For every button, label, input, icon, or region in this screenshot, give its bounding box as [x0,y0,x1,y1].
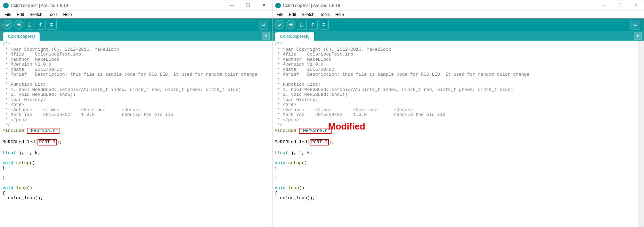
tab-sketch[interactable]: ColorLoopTest [3,32,40,41]
declaration-line: MeRGBLed led(PORT_3); [275,139,642,146]
window-controls: — ☐ ✕ [224,0,272,11]
menu-sketch[interactable]: Sketch [27,11,45,18]
vertical-scrollbar[interactable] [638,41,644,227]
loop-body-line: color_loop(); [275,196,642,201]
menu-file[interactable]: File [274,11,286,18]
comment-line: * <Author> <Time> <Version> <Descr> [275,108,642,113]
comment-line: * Function List: [2,82,270,87]
titlebar: ∞ ColorLoopTest | Arduino 1.8.19 — ☐ ✕ [0,0,272,11]
comment-line: * @author MakeBlock [275,57,642,62]
comment-line: /** [275,42,642,47]
verify-button[interactable] [275,20,284,30]
svg-rect-6 [323,23,325,24]
blank-line [2,134,270,139]
code-editor[interactable]: /** * \par Copyright (C), 2012-2016, Mak… [0,41,272,227]
blank-line [275,181,642,186]
port-highlight: PORT_3 [310,139,329,146]
comment-line: * [2,77,270,83]
comment-line: * </pre> [2,118,270,123]
menu-edit[interactable]: Edit [14,11,27,18]
maximize-button[interactable]: ☐ [612,0,628,11]
upload-button[interactable] [286,20,295,30]
verify-button[interactable] [2,20,12,30]
setup-line: void setup() [275,161,642,166]
comment-line: /** [2,42,270,47]
app-icon: ∞ [275,3,281,8]
blank-line [275,171,642,176]
comment-line: * 1. bool MeRGBLed::setColorAt(uint8_t i… [275,87,642,93]
comment-line: * <pre> [2,102,270,108]
menubar: File Edit Sketch Tools Help [272,11,644,18]
close-button[interactable]: ✕ [256,0,272,11]
comment-line: * <Author> <Time> <Version> <Descr> [2,108,270,113]
comment-line: * @brief Description: this file is sampl… [275,72,642,77]
comment-line: * \par Copyright (C), 2012-2016, MakeBlo… [2,47,270,52]
save-button[interactable] [47,20,57,30]
close-button[interactable]: ✕ [628,0,644,11]
loop-line: void loop() [2,186,270,191]
comment-line: * @author MakeBlock [2,57,270,62]
tab-menu-button[interactable]: ▾ [634,32,642,40]
brace-line: } [275,176,642,181]
comment-line: * Mark Yan 2015/09/02 1.0.0 rebuild the … [2,112,270,118]
modified-annotation: Modified [328,124,365,129]
blank-line [275,134,642,139]
svg-rect-0 [28,23,31,26]
setup-line: void setup() [2,161,270,166]
comment-line: * \par History: [275,98,642,103]
tabbar: ColorLoopTest§ ▾ [272,31,644,41]
comment-line: * [275,77,642,83]
comment-line: * 2. void MeRGBLed::show() [2,92,270,98]
menu-help[interactable]: Help [333,11,347,18]
tab-sketch[interactable]: ColorLoopTest§ [275,32,314,41]
menu-help[interactable]: Help [60,11,75,18]
maximize-button[interactable]: ☐ [240,0,256,11]
svg-rect-5 [311,26,314,26]
menu-sketch[interactable]: Sketch [299,11,317,18]
brace-line: { [2,166,270,171]
toolbar [272,18,644,31]
include-highlight: "MeMCore.h" [299,128,332,134]
tab-menu-button[interactable]: ▾ [262,32,270,40]
upload-button[interactable] [14,20,23,30]
menu-tools[interactable]: Tools [317,11,333,18]
include-highlight: "MeOrion.h" [27,128,59,134]
minimize-button[interactable]: — [596,0,612,11]
menu-tools[interactable]: Tools [45,11,60,18]
comment-line: * @file ColorLoopTest.ino [275,52,642,57]
blank-line [2,155,270,161]
window-title: ColorLoopTest | Arduino 1.8.19 [283,3,596,8]
serial-monitor-button[interactable] [630,20,640,30]
new-button[interactable] [25,20,34,30]
toolbar [0,18,272,31]
loop-line: void loop() [275,186,642,191]
blank-line [2,181,270,186]
toolbar-right [630,20,642,30]
brace-line: { [2,191,270,196]
brace-line: { [275,166,642,171]
comment-line: * 1. bool MeRGBLed::setColorAt(uint8_t i… [2,87,270,93]
menu-edit[interactable]: Edit [286,11,299,18]
window-title: ColorLoopTest | Arduino 1.8.19 [11,3,224,8]
include-line: #include "MeOrion.h" [2,128,270,134]
svg-rect-4 [300,23,303,26]
serial-monitor-button[interactable] [259,20,268,30]
menu-file[interactable]: File [2,11,14,18]
save-button[interactable] [319,20,329,30]
float-line: float j, f, k; [275,151,642,156]
svg-point-3 [262,23,264,26]
comment-line: * <pre> [275,102,642,108]
open-button[interactable] [308,20,318,30]
arduino-window-left: ∞ ColorLoopTest | Arduino 1.8.19 — ☐ ✕ F… [0,0,272,227]
minimize-button[interactable]: — [224,0,240,11]
new-button[interactable] [297,20,307,30]
code-editor[interactable]: /** * \par Copyright (C), 2012-2016, Mak… [272,41,644,227]
comment-line: */ [2,123,270,128]
open-button[interactable] [36,20,46,30]
app-icon: ∞ [3,3,9,8]
comment-line: * Mark Yan 2015/09/02 1.0.0 rebuild the … [275,112,642,118]
blank-line [2,171,270,176]
port-highlight: PORT_3 [38,139,57,146]
comment-line: * @file ColorLoopTest.ino [2,52,270,57]
svg-point-7 [634,23,636,26]
